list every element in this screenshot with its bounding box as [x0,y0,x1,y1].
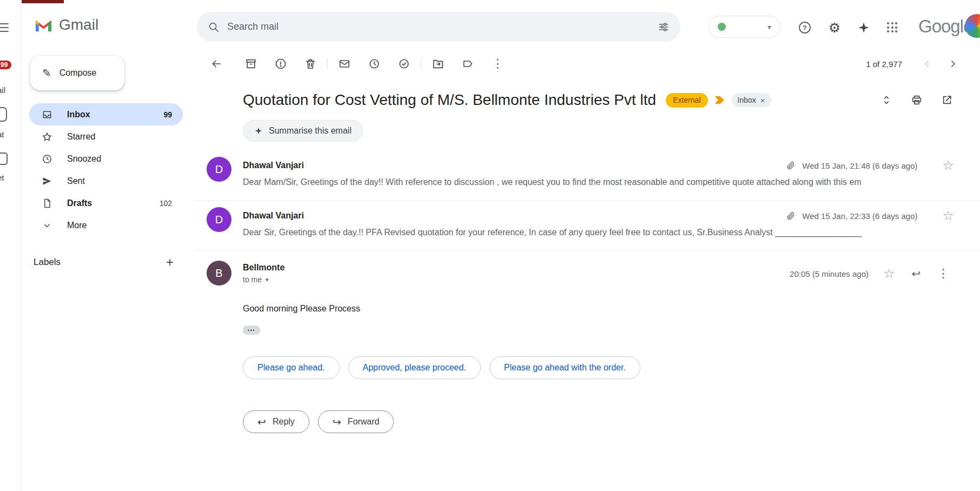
inbox-chip-label: Inbox [738,96,756,104]
search-input[interactable] [227,21,650,32]
help-icon: ? [799,22,811,34]
gmail-logo[interactable]: Gmail [35,16,98,34]
star-icon [41,131,53,142]
reply-button[interactable]: ↩ Reply [243,410,309,433]
sidebar-item-drafts[interactable]: Drafts 102 [29,192,183,214]
send-icon [41,176,53,187]
compose-button[interactable]: ✎ Compose [30,56,124,90]
mail-unread-badge: 99 [0,61,11,69]
back-button[interactable] [204,52,228,76]
pagination: 1 of 2,977 [866,53,964,75]
gmail-m-icon [35,18,52,32]
add-to-tasks-button[interactable] [392,52,416,76]
smart-reply-button[interactable]: Approved, please proceed. [348,356,481,379]
message-date: 20:05 (5 minutes ago) [790,269,869,278]
more-vert-icon: ⋮ [937,267,949,281]
forward-button[interactable]: ↪ Forward [318,410,394,433]
delete-button[interactable] [299,52,322,76]
chevron-down-icon[interactable]: ▾ [767,23,771,31]
trimmed-dots-icon: ••• [248,328,255,333]
reply-icon-button[interactable]: ↩ [905,263,927,284]
reply-arrow-icon: ↩ [912,267,921,280]
sidebar-item-starred[interactable]: Starred [29,125,183,148]
smart-reply-button[interactable]: Please go ahead. [243,356,340,379]
search-bar[interactable] [197,12,680,42]
message-snippet: Dear Sir, Greetings of the day.!! PFA Re… [243,228,876,237]
move-to-button[interactable] [426,52,450,76]
smart-reply-button[interactable]: Please go ahead with the order. [489,356,640,379]
sparkle-icon [857,21,870,34]
older-conversation-button[interactable] [942,53,964,75]
recipient-row[interactable]: to me ▾ [243,275,284,284]
remove-label-icon[interactable]: × [760,96,765,105]
search-icon[interactable] [208,21,220,33]
message-expanded: B Bellmonte to me ▾ 20:05 (5 minutes ago… [195,251,980,455]
top-bar: Gmail ▾ ? ⚙ Google [0,0,980,48]
gemini-button[interactable] [852,16,876,39]
gear-icon: ⚙ [829,21,840,35]
search-filter-icon[interactable] [658,21,670,33]
mark-unread-button[interactable] [333,52,356,76]
sidebar: ✎ Compose Inbox 99 Starred Snoozed [22,48,195,491]
toolbar-divider [421,58,421,70]
attachment-icon [786,211,796,221]
sidebar-nav: Inbox 99 Starred Snoozed Sent [22,103,195,236]
google-apps-button[interactable] [880,16,904,39]
inbox-icon [41,109,53,120]
report-spam-button[interactable] [269,52,293,76]
thread-toolbar: ⋮ 1 of 2,977 [195,48,980,80]
labels-button[interactable] [456,52,480,76]
subject-actions [877,91,956,109]
important-marker-icon[interactable] [714,96,725,104]
star-icon: ☆ [883,267,895,280]
more-options-button[interactable]: ⋮ [486,52,509,76]
message-collapsed[interactable]: D Dhawal Vanjari Wed 15 Jan, 22:33 (6 da… [195,201,980,251]
expand-all-button[interactable] [877,91,896,109]
sidebar-item-inbox[interactable]: Inbox 99 [29,103,183,125]
show-details-icon[interactable]: ▾ [266,276,269,283]
message-collapsed[interactable]: D Dhawal Vanjari Wed 15 Jan, 21:48 (6 da… [195,150,980,201]
rail-mail-label[interactable]: ail [0,85,5,95]
print-button[interactable] [908,91,926,109]
meet-camera-icon[interactable] [0,152,8,165]
draft-icon [41,198,53,209]
open-in-new-button[interactable] [938,91,956,109]
summarise-email-button[interactable]: Summarise this email [243,120,363,142]
show-trimmed-content-button[interactable]: ••• [243,326,260,335]
rail-chat-label[interactable]: at [0,130,4,139]
left-rail: 99 ail at et [0,0,22,491]
sender-name: Dhawal Vanjari [243,211,304,221]
sender-avatar[interactable]: D [207,207,231,232]
sender-avatar[interactable]: D [207,157,231,182]
archive-button[interactable] [239,52,263,76]
snooze-button[interactable] [362,52,386,76]
toolbar-divider [327,58,328,70]
message-more-button[interactable]: ⋮ [932,263,954,284]
star-button[interactable]: ☆ [878,263,900,284]
chat-icon[interactable] [0,107,7,122]
hamburger-menu-icon[interactable] [0,21,9,35]
newer-conversation-button[interactable] [916,53,938,75]
sparkle-icon [254,127,263,135]
forward-label: Forward [348,417,380,427]
help-button[interactable]: ? [793,16,817,39]
summarise-label: Summarise this email [269,126,352,136]
sidebar-item-more[interactable]: More [29,214,183,236]
status-dropdown[interactable]: ▾ [708,16,780,38]
sender-name: Dhawal Vanjari [243,161,304,170]
rail-meet-label[interactable]: et [0,173,4,182]
create-label-button[interactable]: + [160,253,180,272]
sender-avatar[interactable]: B [207,261,231,286]
sidebar-item-snoozed[interactable]: Snoozed [29,148,183,170]
reply-label: Reply [273,417,295,427]
inbox-label-chip[interactable]: Inbox × [732,93,771,107]
clock-icon [41,154,53,164]
more-vert-icon: ⋮ [492,57,504,71]
sidebar-item-sent[interactable]: Sent [29,170,183,192]
settings-button[interactable]: ⚙ [823,16,846,39]
message-snippet: Dear Mam/Sir, Greetings of the day!! Wit… [243,177,876,187]
status-green-dot [718,23,726,31]
star-icon[interactable]: ☆ [942,209,954,222]
star-icon[interactable]: ☆ [942,159,954,172]
message-list: D Dhawal Vanjari Wed 15 Jan, 21:48 (6 da… [195,150,980,455]
